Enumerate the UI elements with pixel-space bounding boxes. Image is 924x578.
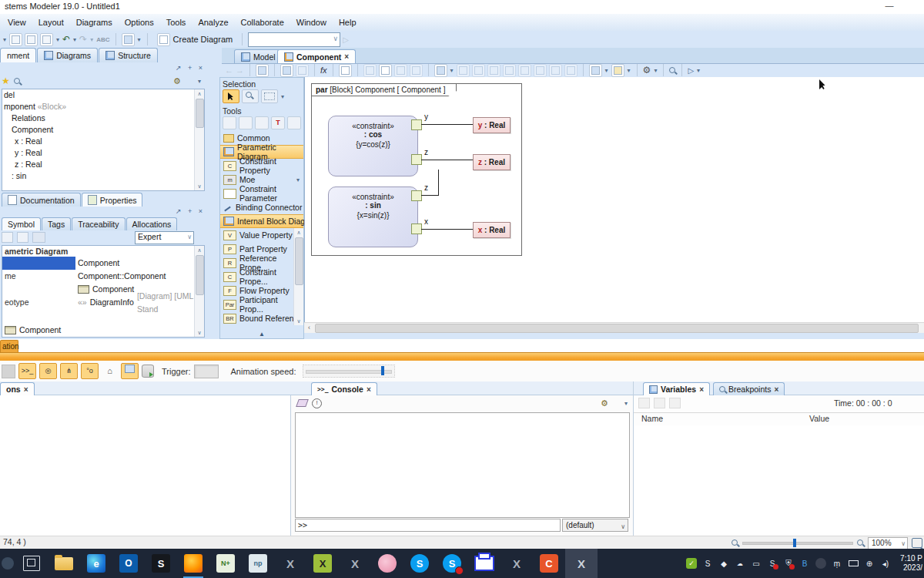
edge-icon[interactable]: e	[80, 549, 112, 578]
microphone-icon[interactable]: ṃ	[832, 558, 842, 569]
properties-mode-select[interactable]: Expert∨	[135, 231, 194, 244]
scrollbar-thumb[interactable]	[196, 99, 204, 128]
overflow-dropdown-icon[interactable]: ▾	[2, 36, 7, 43]
tab-sessions[interactable]: ons ×	[0, 382, 35, 395]
tab-properties[interactable]: Properties	[82, 193, 143, 207]
tab-tags[interactable]: Tags	[42, 217, 71, 230]
perspective-combobox[interactable]: ∨	[248, 32, 340, 47]
tree-item-z-real[interactable]: z : Real	[2, 159, 204, 170]
tree-scrollbar[interactable]: ∧ ∨	[194, 89, 204, 190]
tray-diamond-icon[interactable]: ◆	[718, 558, 729, 569]
port-sin-x[interactable]	[411, 223, 422, 234]
palette-item-constraint-parameter[interactable]: Constraint Parameter	[220, 187, 303, 200]
simulate-play-icon[interactable]: ▷	[688, 66, 694, 75]
tree-item-sin[interactable]: : sin	[2, 170, 204, 182]
tab-model-diagram[interactable]: Model	[234, 49, 283, 63]
app-x-green-icon[interactable]: X	[306, 549, 339, 578]
property-row[interactable]: me Component::Component	[2, 270, 204, 283]
onedrive-icon[interactable]: ☁	[735, 558, 745, 569]
battery-icon[interactable]	[848, 558, 859, 569]
menu-window[interactable]: Window	[290, 15, 333, 31]
menu-layout[interactable]: Layout	[32, 15, 70, 31]
zoom-percent-select[interactable]: 100%∨	[868, 537, 908, 549]
zoom-slider[interactable]	[742, 539, 853, 546]
scrollbar-thumb[interactable]	[315, 324, 919, 333]
selection-dropdown-icon[interactable]: ▾	[280, 93, 285, 100]
palette-item-bound-reference[interactable]: BRBound Reference	[220, 311, 303, 325]
menu-diagrams[interactable]: Diagrams	[70, 15, 119, 31]
app-x1-icon[interactable]: X	[274, 549, 306, 578]
palette-scrollbar[interactable]: ∧ ∨	[293, 228, 303, 325]
search-icon[interactable]	[14, 78, 21, 85]
find-dropdown-icon[interactable]: ▾	[55, 36, 60, 43]
console-options-gear-icon[interactable]: ⚙	[601, 398, 608, 408]
constraint-block-sin[interactable]: «constraint» : sin {x=sin(z)}	[328, 187, 418, 247]
tree-item-y-real[interactable]: y : Real	[2, 147, 204, 159]
database-export-icon[interactable]	[142, 365, 154, 378]
defender-alert-icon[interactable]: ⛨	[783, 558, 794, 569]
scrollbar-thumb[interactable]	[196, 255, 204, 295]
antivirus-ok-icon[interactable]: ✓	[686, 558, 697, 569]
scroll-up-icon[interactable]: ∧	[195, 246, 204, 254]
scroll-down-icon[interactable]: ∨	[195, 182, 204, 190]
hierarchy-icon[interactable]	[434, 64, 447, 77]
zoom-in-icon[interactable]	[857, 539, 864, 546]
tree-options-dropdown-icon[interactable]: ▾	[197, 78, 202, 85]
printer-app-icon[interactable]	[468, 549, 500, 578]
zoom-select-button[interactable]	[242, 89, 259, 103]
tab-simulation[interactable]: ation	[0, 340, 18, 352]
close-icon[interactable]: ×	[199, 207, 205, 215]
port-cos-z[interactable]	[411, 154, 422, 165]
app-s-dark-icon[interactable]: S	[145, 549, 177, 578]
app-x2-icon[interactable]: X	[339, 549, 371, 578]
connector-z-sin-h[interactable]	[421, 195, 439, 196]
collapse-all-icon[interactable]	[17, 232, 28, 243]
save-image-dropdown-icon[interactable]: ▾	[604, 67, 609, 74]
file-explorer-icon[interactable]	[48, 549, 80, 578]
fit-to-window-icon[interactable]	[912, 538, 922, 548]
tab-traceability[interactable]: Traceability	[72, 217, 125, 230]
firefox-icon[interactable]	[177, 549, 209, 578]
export-image-button[interactable]	[121, 363, 139, 379]
console-mode-button[interactable]: >>_	[18, 363, 36, 379]
taskbar-start-partial[interactable]	[0, 549, 15, 578]
scrollbar-thumb[interactable]	[295, 237, 303, 285]
expression-fx-icon[interactable]: fx	[320, 66, 327, 75]
tab-containment[interactable]: nment	[0, 48, 36, 62]
close-tab-icon[interactable]: ×	[24, 385, 28, 394]
value-property-z[interactable]: z : Real	[473, 154, 511, 170]
port-cos-y[interactable]	[411, 119, 422, 130]
console-output[interactable]	[295, 412, 630, 518]
connector-z-sin-v[interactable]	[438, 170, 439, 196]
chat-bubble-icon[interactable]: ▭	[751, 558, 762, 569]
clear-console-icon[interactable]	[296, 399, 309, 407]
variables-body[interactable]	[634, 425, 924, 536]
console-options-dropdown-icon[interactable]: ▾	[624, 400, 628, 407]
structure-view-button[interactable]: ⋔	[60, 363, 78, 379]
gear-icon[interactable]: ⚙	[643, 65, 651, 76]
console-prompt-input[interactable]: >>	[295, 519, 561, 532]
new-project-icon[interactable]	[9, 33, 22, 46]
skype-tray-icon[interactable]: S	[767, 558, 778, 569]
moe-dropdown-icon[interactable]: ▾	[296, 176, 300, 183]
tab-documentation[interactable]: Documentation	[2, 193, 81, 207]
close-tab-icon[interactable]: ×	[774, 385, 778, 394]
tab-component-diagram[interactable]: Component ×	[277, 49, 356, 63]
notepad-icon[interactable]: np	[242, 549, 274, 578]
tab-allocations[interactable]: Allocations	[126, 217, 178, 230]
close-tab-icon[interactable]: ×	[367, 385, 371, 394]
property-footer-row[interactable]: Component	[5, 325, 61, 334]
tray-s-icon[interactable]: S	[702, 558, 713, 569]
column-name[interactable]: Name	[641, 414, 663, 423]
notepad-plus-icon[interactable]: N+	[209, 549, 242, 578]
taskbar-clock[interactable]: 7:10 P 2023/	[896, 554, 922, 573]
palette-item-value-property[interactable]: VValue Property	[220, 228, 303, 242]
close-tab-icon[interactable]: ×	[699, 385, 704, 394]
simulate-dropdown-icon[interactable]: ▾	[696, 67, 701, 74]
connector-z-cos[interactable]	[421, 160, 473, 160]
animation-speed-slider[interactable]	[303, 365, 395, 378]
stamp-tool-icon[interactable]	[223, 116, 236, 129]
spell-check-icon[interactable]: ABC	[96, 36, 109, 43]
palette-item-constraint-property[interactable]: C Constraint Property	[220, 159, 303, 173]
float-icon[interactable]: ↗	[176, 64, 184, 72]
